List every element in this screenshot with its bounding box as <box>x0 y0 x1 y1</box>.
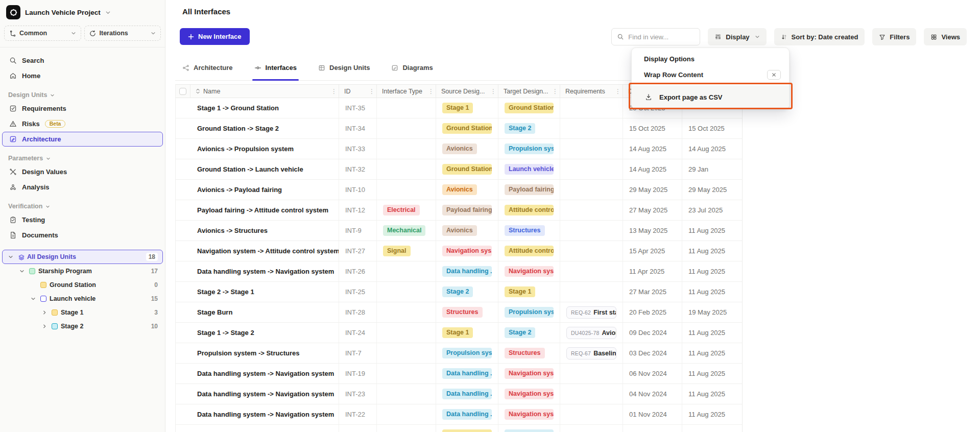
column-header-requirements[interactable]: Requirements⋮ <box>560 85 623 98</box>
target-design-unit-cell: Propulsion sys... <box>498 139 560 159</box>
table-row[interactable]: Navigation system -> Attitude control sy… <box>176 241 742 261</box>
target-design-unit-badge: Stage 1 <box>505 286 535 297</box>
target-design-unit-cell: Data handling ... <box>498 425 560 432</box>
sidebar-item-search[interactable]: Search <box>2 53 163 68</box>
chevron-right-icon[interactable] <box>40 310 49 315</box>
column-header-label: Target Design... <box>504 88 548 95</box>
date-created-cell: 01 Nov 2024 <box>623 404 682 424</box>
date-created-cell: 15 Oct 2025 <box>623 118 682 138</box>
wrap-row-toggle[interactable] <box>767 70 781 80</box>
filters-button[interactable]: Filters <box>872 28 916 45</box>
table-row[interactable]: Data handling system -> Navigation syste… <box>176 404 742 425</box>
new-interface-button[interactable]: New Interface <box>180 28 250 45</box>
chevron-right-icon[interactable] <box>40 324 49 329</box>
table-row[interactable]: Data handling system -> Navigation syste… <box>176 364 742 384</box>
column-menu-icon[interactable]: ⋮ <box>331 88 337 95</box>
sidebar-item-home[interactable]: Home <box>2 68 163 83</box>
table-row[interactable]: Propulsion system -> StructuresINT-7Prop… <box>176 343 742 364</box>
select-all-cell <box>176 85 190 98</box>
tree-item-stage-2[interactable]: Stage 2 10 <box>2 320 163 333</box>
tab-diagrams[interactable]: Diagrams <box>391 61 433 80</box>
tab-architecture[interactable]: Architecture <box>182 61 233 80</box>
chevron-down-icon[interactable] <box>18 269 26 274</box>
display-button[interactable]: Display <box>708 28 766 45</box>
section-parameters[interactable]: Parameters <box>2 153 163 164</box>
table-row[interactable]: Avionics -> Propulsion systemINT-33Avion… <box>176 139 742 159</box>
column-header-target[interactable]: Target Design...⋮ <box>498 85 560 98</box>
table-row[interactable]: Data handling system -> Navigation syste… <box>176 261 742 282</box>
requirement-chip[interactable]: REQ-62First sta... <box>566 306 616 319</box>
tab-interfaces[interactable]: Interfaces <box>254 61 297 80</box>
sidebar-item-documents[interactable]: Documents <box>2 228 163 243</box>
column-menu-icon[interactable]: ⋮ <box>552 88 558 95</box>
requirements-cell <box>560 364 623 383</box>
chevron-down-icon[interactable] <box>29 296 37 301</box>
table-row[interactable]: Attitude control system -> Data handling… <box>176 425 742 432</box>
requirements-cell <box>560 98 623 118</box>
requirement-label: Baseline... <box>593 350 616 357</box>
column-menu-icon[interactable]: ⋮ <box>369 88 375 95</box>
sort-button[interactable]: Sort by: Date created <box>774 28 865 45</box>
tree-item-ground-station[interactable]: Ground Station 0 <box>2 278 163 292</box>
layers-icon <box>18 254 24 260</box>
tree-item-label: All Design Units <box>27 253 76 260</box>
table-row[interactable]: Avionics -> StructuresINT-9MechanicalAvi… <box>176 221 742 241</box>
target-design-unit-cell: Navigation sys... <box>498 364 560 383</box>
sidebar-item-requirements[interactable]: Requirements <box>2 101 163 116</box>
row-select-cell <box>176 343 190 363</box>
chevron-down-icon <box>151 31 156 36</box>
chevron-down-icon[interactable] <box>7 254 15 259</box>
source-design-unit-cell: Ground Station <box>436 118 498 138</box>
table-row[interactable]: Avionics -> Payload fairingINT-10Avionic… <box>176 180 742 200</box>
sort-label: Sort by: Date created <box>792 33 858 41</box>
requirement-chip[interactable]: DU4025-78Avion... <box>566 327 616 339</box>
date-modified-cell: 19 May 2025 <box>682 302 743 322</box>
wrap-row-content-option[interactable]: Wrap Row Content <box>632 66 789 83</box>
column-header-source[interactable]: Source Desig...⋮ <box>436 85 498 98</box>
sidebar-item-architecture[interactable]: Architecture <box>2 132 163 147</box>
table-row[interactable]: Ground Station -> Stage 2INT-34Ground St… <box>176 118 742 139</box>
table-row[interactable]: Stage 1 -> Stage 2INT-24Stage 1Stage 2DU… <box>176 323 742 343</box>
column-header-id[interactable]: ID⋮ <box>339 85 376 98</box>
sliders-icon <box>714 33 722 40</box>
section-verification[interactable]: Verification <box>2 201 163 212</box>
search-input[interactable] <box>628 33 689 41</box>
table-row[interactable]: Stage 2 -> Stage 1INT-25Stage 2Stage 127… <box>176 282 742 302</box>
project-switcher[interactable]: Launch Vehicle Project <box>0 0 165 23</box>
tree-item-all-design-units[interactable]: All Design Units 18 <box>2 250 163 264</box>
table-row[interactable]: Stage BurnINT-28StructuresPropulsion sys… <box>176 302 742 323</box>
column-header-interface-type[interactable]: Interface Type⋮ <box>376 85 436 98</box>
column-menu-icon[interactable]: ⋮ <box>490 88 496 95</box>
column-header-name[interactable]: Name ⋮ <box>190 85 339 98</box>
tab-design-units[interactable]: Design Units <box>318 61 370 80</box>
source-design-unit-badge: Avionics <box>442 143 477 154</box>
find-in-view-search[interactable] <box>611 28 700 45</box>
select-all-checkbox[interactable] <box>179 88 186 95</box>
views-button[interactable]: Views <box>924 28 967 45</box>
column-menu-icon[interactable]: ⋮ <box>615 88 621 95</box>
interface-type-cell: Signal <box>376 241 436 261</box>
tree-item-starship-program[interactable]: Starship Program 17 <box>2 265 163 278</box>
sidebar-item-design-values[interactable]: Design Values <box>2 164 163 179</box>
section-label: Verification <box>8 203 42 210</box>
common-selector[interactable]: Common <box>4 26 81 41</box>
interface-id-cell: INT-33 <box>339 139 376 159</box>
date-created-cell: 27 Mar 2025 <box>623 282 682 302</box>
interface-name-cell: Avionics -> Payload fairing <box>190 180 339 200</box>
tree-item-stage-1[interactable]: Stage 1 3 <box>2 306 163 319</box>
column-menu-icon[interactable]: ⋮ <box>428 88 434 95</box>
iterations-selector[interactable]: Iterations <box>84 26 161 41</box>
section-design-units[interactable]: Design Units <box>2 89 163 101</box>
table-row[interactable]: Payload fairing -> Attitude control syst… <box>176 200 742 221</box>
export-csv-menu-item[interactable]: Export page as CSV <box>632 85 789 109</box>
sidebar-item-testing[interactable]: Testing <box>2 212 163 227</box>
table-row[interactable]: Ground Station -> Launch vehicleINT-32Gr… <box>176 159 742 180</box>
sidebar-item-risks[interactable]: Risks Beta <box>2 116 163 131</box>
tree-item-launch-vehicle[interactable]: Launch vehicle 15 <box>2 292 163 305</box>
requirement-chip[interactable]: REQ-67Baseline... <box>566 347 616 359</box>
sidebar-item-label: Design Values <box>22 168 67 176</box>
tree-item-label: Starship Program <box>38 268 92 275</box>
source-design-unit-badge: Ground Station <box>442 123 492 134</box>
table-row[interactable]: Data handling system -> Navigation syste… <box>176 384 742 404</box>
sidebar-item-analysis[interactable]: Analysis <box>2 180 163 195</box>
